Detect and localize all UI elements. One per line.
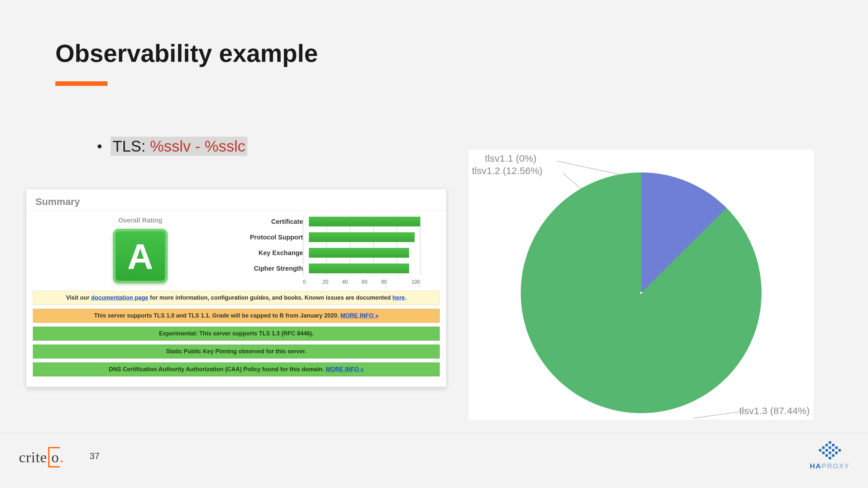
bar-row-certificate: Certificate (225, 217, 420, 226)
title-underline (55, 82, 107, 86)
tick: 40 (342, 279, 362, 285)
bar-label: Cipher Strength (225, 265, 309, 272)
panel-header: Summary (26, 189, 446, 211)
banner-text: Visit our (66, 294, 91, 301)
rating-column: Overall Rating A (95, 217, 186, 283)
more-info-link[interactable]: MORE INFO » (340, 312, 378, 319)
known-issues-link[interactable]: here (393, 294, 405, 301)
banner-text: for more information, configuration guid… (148, 294, 393, 301)
rating-badge: A (113, 229, 167, 283)
pie-label-tlsv13: tlsv1.3 (87.44%) (739, 405, 810, 416)
page-number: 37 (90, 451, 100, 461)
docs-link[interactable]: documentation page (91, 294, 148, 301)
tick: 100 (401, 279, 420, 285)
leader-line (693, 411, 745, 418)
haproxy-icon (817, 441, 842, 460)
banner-tls13: Experimental: This server supports TLS 1… (33, 327, 440, 340)
bullet-text: TLS: %sslv - %sslc (111, 137, 247, 156)
bar-fill (309, 217, 420, 226)
tick: 0 (303, 279, 322, 285)
haproxy-logo: HAPROXY (810, 441, 850, 470)
rating-label: Overall Rating (95, 217, 186, 224)
bar-fill (309, 232, 415, 242)
bar-fill (309, 248, 409, 258)
banners: Visit our documentation page for more in… (26, 285, 446, 377)
bullet-vars: %sslv - %sslc (150, 138, 245, 155)
bar-fill (309, 263, 409, 273)
haproxy-wordmark: HAPROXY (810, 462, 850, 470)
pie-disc (521, 172, 762, 413)
bullet-dot-icon (98, 144, 101, 148)
rating-letter: A (127, 235, 153, 277)
tls-version-pie-chart: tlsv1.1 (0%) tlsv1.2 (12.56%) tlsv1.3 (8… (469, 150, 814, 420)
tick: 80 (381, 279, 401, 285)
bars-column: Certificate Protocol Support Key Exchang… (225, 217, 420, 285)
ssl-summary-panel: Summary Overall Rating A Certifi (26, 189, 446, 387)
pie-label-tlsv12: tlsv1.2 (12.56%) (472, 165, 542, 176)
bar-label: Certificate (225, 218, 309, 225)
haproxy-ha: HA (810, 462, 822, 470)
pie-label-tlsv11: tlsv1.1 (0%) (485, 153, 536, 164)
bar-row-key-exchange: Key Exchange (225, 248, 420, 258)
banner-text: DNS Certification Authority Authorizatio… (109, 366, 326, 372)
banner-hpkp: Static Public Key Pinning observed for t… (33, 345, 440, 359)
bullet-prefix: TLS: (113, 138, 150, 155)
banner-tls10-warning: This server supports TLS 1.0 and TLS 1.1… (33, 309, 440, 323)
bar-label: Protocol Support (225, 234, 309, 241)
criteo-logo: criteo. (19, 447, 64, 467)
banner-text: This server supports TLS 1.0 and TLS 1.1… (94, 312, 340, 319)
bullet-item: TLS: %sslv - %sslc (98, 137, 247, 156)
tick: 20 (322, 279, 342, 285)
haproxy-proxy: PROXY (822, 462, 850, 470)
slide: Observability example TLS: %sslv - %sslc… (0, 0, 868, 488)
pie-center-icon (640, 292, 642, 294)
more-info-link[interactable]: MORE INFO » (326, 366, 364, 372)
banner-text: . (405, 294, 406, 301)
tick: 60 (362, 279, 381, 285)
panel-body: Overall Rating A Certificate (26, 211, 446, 285)
banner-caa: DNS Certification Authority Authorizatio… (33, 362, 440, 377)
footer-divider (0, 433, 868, 433)
slide-title: Observability example (55, 39, 318, 67)
banner-docs: Visit our documentation page for more in… (33, 291, 440, 305)
bar-label: Key Exchange (225, 249, 309, 257)
bar-axis: 0 20 40 60 80 100 (303, 279, 420, 285)
bar-row-cipher-strength: Cipher Strength (225, 263, 420, 273)
bar-row-protocol-support: Protocol Support (225, 232, 420, 242)
